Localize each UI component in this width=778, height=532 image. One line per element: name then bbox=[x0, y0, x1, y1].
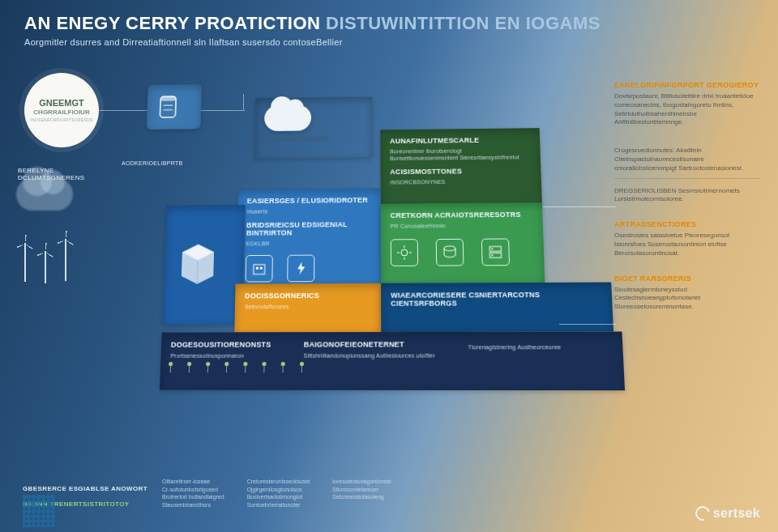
footnote-col: Oltlareitrser-loseae Cr-sofotonbotsrigos… bbox=[162, 478, 224, 509]
title-seg-d: EN IOGAMS bbox=[495, 13, 601, 33]
title-seg-b: PROATICTION bbox=[194, 13, 320, 33]
cell-deep-blue bbox=[162, 205, 246, 325]
footnote-line: Setoreanstolasoleng bbox=[332, 493, 391, 501]
cell-body: PR Cunosaleefrinnin bbox=[391, 222, 533, 230]
legend-item: EANELORIPINFORPORT GEROGIEROY Dovisrpost… bbox=[614, 81, 760, 127]
legend-body: Dovisrpostaunr, Bttilusotettiire drixi t… bbox=[614, 92, 760, 127]
cloud-icon bbox=[16, 178, 73, 211]
svg-point-7 bbox=[401, 249, 408, 256]
bolt-icon bbox=[287, 255, 314, 283]
page-subtitle: Aorgmitler dsurres and Dirreatiaftionnel… bbox=[24, 37, 754, 47]
cell-body: Sittshriiliandonopionssang Aotliesiource… bbox=[304, 351, 435, 359]
connector-line-v bbox=[243, 94, 244, 110]
cloud-icon bbox=[264, 105, 311, 131]
edge-line bbox=[543, 206, 616, 207]
cell-heading: BAIGONOFEIEONETERNET bbox=[304, 340, 435, 348]
wind-turbine-icon bbox=[45, 251, 46, 283]
title-seg-c: DISTUWINTITTION bbox=[326, 13, 489, 33]
building-icon bbox=[246, 255, 273, 283]
svg-rect-14 bbox=[489, 253, 501, 257]
svg-point-16 bbox=[491, 254, 493, 256]
legend-heading: EANELORIPINFORPORT GEROGIEROY bbox=[614, 81, 760, 89]
svg-rect-6 bbox=[260, 267, 263, 270]
footnote-line: Oltlareitrser-loseae bbox=[162, 478, 224, 486]
cell-heading: DOCISSGORNERICS bbox=[245, 292, 371, 300]
cell-canister bbox=[147, 84, 203, 130]
legend-body: DREGSERIOLISBEN Sesmsrotrinernomets Lors… bbox=[614, 187, 760, 205]
footnote-line: Ojgirgerdlosgtonolsos bbox=[247, 486, 310, 494]
qr-icon bbox=[23, 495, 55, 527]
svg-rect-4 bbox=[254, 265, 265, 275]
cell-body: Prortsenessolinosponnaron bbox=[170, 352, 271, 360]
footnote-line: Ioresotestodagonlonste bbox=[332, 478, 391, 486]
canister-icon bbox=[156, 92, 180, 120]
cell-green-mid: CRETKORN ACRAIOTSRERESOTRS PR Cunosaleef… bbox=[381, 202, 545, 283]
cell-heading: EASIERSGES / ELUSIORIDROTER bbox=[247, 196, 371, 205]
legend-heading: BIOET RARSORERIS bbox=[614, 275, 760, 283]
page-title: AN ENEGY CERRY PROATICTION DISTUWINTITTI… bbox=[24, 13, 754, 34]
cell-body: Inuserts bbox=[246, 207, 370, 215]
cell-green-top: AUNAFINLUTMESCARLE Boreorentner lborotse… bbox=[380, 128, 542, 206]
server-icon bbox=[481, 239, 510, 266]
legend-heading: ARTRADSENCTIORES bbox=[614, 220, 760, 228]
footnote-line: Sontoebrierraitonoter bbox=[247, 501, 310, 509]
footnote-line: Stlorssordetamoer bbox=[332, 486, 391, 494]
diagram-panel: EBIGRSSTROITNS AUNAFINLUTMESCARLE Boreor… bbox=[113, 121, 608, 421]
header: AN ENEGY CERRY PROATICTION DISTUWINTITTI… bbox=[0, 0, 778, 50]
cloud-label-left: BERELYNE DCLUMTSGNERENS bbox=[18, 167, 83, 181]
footer-heading: GBESRERCE ESGIABLSE ANOWORT bbox=[23, 485, 147, 492]
cell-heading: AUNAFINLUTMESCARLE bbox=[390, 136, 530, 145]
svg-point-15 bbox=[491, 249, 493, 250]
footnote-col: Ioresotestodagonlonste Stlorssordetamoer… bbox=[332, 478, 391, 509]
footnote-col: Cretoresteronlssedcluset Ojgirgerdlosgto… bbox=[247, 478, 310, 509]
sun-icon bbox=[391, 239, 418, 266]
legend-body: Crogesruedlonnotes: Akwiltein Citelnspas… bbox=[614, 147, 760, 172]
cell-body: Boreorentner lborotserciogt Borisettionu… bbox=[390, 147, 531, 162]
timeline-ticks bbox=[170, 364, 614, 372]
cell-body: Setnriolafforures bbox=[245, 303, 371, 311]
cube-icon bbox=[173, 236, 222, 292]
separator bbox=[614, 178, 760, 179]
wind-turbine-icon bbox=[24, 243, 26, 282]
legend-item: Crogesruedlonnotes: Akwiltein Citelnspas… bbox=[614, 143, 760, 204]
cell-orange: DOCISSGORNERICS Setnriolafforures bbox=[234, 283, 381, 333]
wind-turbine-icon bbox=[65, 239, 66, 281]
footnote-line: Busiverisadotimonglot bbox=[247, 493, 310, 501]
brand-logo: sertsek bbox=[695, 506, 760, 521]
cell-body: Tlorenagistnering Austheorceoree bbox=[468, 343, 561, 351]
badge-line1: GNEEMGT bbox=[39, 98, 84, 108]
cell-heading: CRETKORN ACRAIOTSRERESOTRS bbox=[391, 211, 533, 219]
legend: EANELORIPINFORPORT GEROGIEROY Dovisrpost… bbox=[614, 81, 760, 312]
badge-line3: INOSESRORFIORITSORESDS bbox=[30, 118, 92, 123]
cell-heading: BRIDSRIEICSU EDSIGENIAL BINTRIRTON bbox=[246, 220, 371, 236]
footnote-line: Cretoresteronlssedcluset bbox=[247, 478, 310, 486]
cell-heading: DOGESOUSITIORENONSTS bbox=[171, 340, 271, 348]
svg-rect-5 bbox=[256, 267, 259, 270]
svg-point-12 bbox=[444, 246, 455, 251]
cell-body: EGKLBR bbox=[246, 240, 371, 248]
brand-text: sertsek bbox=[713, 506, 760, 521]
footnote-line: Cr-sofotonbotsrigosed bbox=[162, 486, 224, 494]
brand-mark-icon bbox=[693, 504, 713, 524]
badge-line2: CHGRRAILFIOIUR bbox=[33, 109, 89, 117]
cloud-label-top: EBIGRSSTROITNS bbox=[264, 134, 363, 143]
footnotes: Oltlareitrser-loseae Cr-sofotonbotsrigos… bbox=[162, 478, 584, 509]
edge-line bbox=[559, 324, 616, 325]
legend-body: Osestrosles salasivetoe Pleoresegonsot t… bbox=[614, 232, 760, 257]
footnote-line: Stausenbirancthsrs bbox=[162, 501, 224, 509]
title-seg-a: AN ENEGY CERRY bbox=[24, 13, 189, 33]
legend-body: Slootesaglermtoneysstod Cestechsnoeangpt… bbox=[614, 286, 760, 312]
cell-blue-left: EASIERSGES / ELUSIORIDROTER Inuserts BRI… bbox=[236, 188, 381, 283]
svg-rect-1 bbox=[160, 96, 176, 101]
cell-cloud: EBIGRSSTROITNS bbox=[254, 96, 373, 158]
brand-badge: GNEEMGT CHGRRAILFIOIUR INOSESRORFIORITSO… bbox=[24, 73, 99, 147]
cell-heading: ACISISMOSTTONES bbox=[390, 167, 531, 176]
cell-heading: WIAEARCORIESERE CSNIERTARCOTNS CIENTSRFB… bbox=[391, 291, 602, 308]
cell-base: DOGESOUSITIORENONSTS Prortsenessolinospo… bbox=[160, 332, 625, 391]
cell-body: INSORCBSONYNES bbox=[390, 177, 532, 185]
legend-item: BIOET RARSORERIS Slootesaglermtoneysstod… bbox=[614, 275, 760, 312]
footnote-line: Brotrerlod boltandlaigred bbox=[162, 493, 224, 501]
legend-item: ARTRADSENCTIORES Osestrosles salasivetoe… bbox=[614, 220, 760, 257]
database-icon bbox=[436, 239, 464, 266]
